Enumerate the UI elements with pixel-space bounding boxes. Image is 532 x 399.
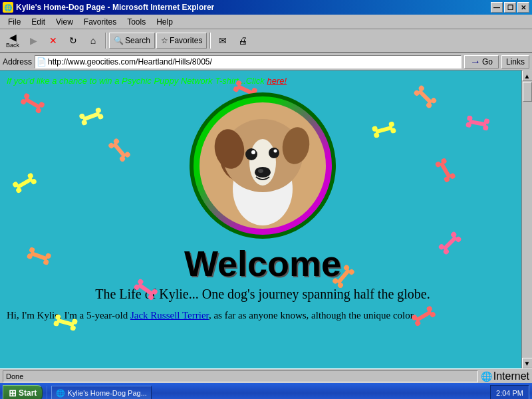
svg-point-87	[255, 167, 271, 178]
close-button[interactable]: ✕	[517, 2, 529, 13]
system-tray: 2:04 PM	[490, 385, 529, 399]
svg-point-86	[274, 150, 277, 153]
star-icon: ☆	[161, 36, 168, 45]
links-button[interactable]: Links	[501, 55, 529, 68]
search-icon: 🔍	[114, 36, 124, 45]
browser-content: ▲ ▼ If you'd like a chance to win a Psyc…	[0, 70, 532, 368]
home-button[interactable]: ⌂	[84, 31, 102, 51]
restore-button[interactable]: ❐	[504, 2, 516, 13]
menu-tools[interactable]: Tools	[122, 16, 151, 28]
address-input[interactable]	[48, 57, 460, 66]
favorites-button[interactable]: ☆ Favorites	[156, 33, 207, 49]
menu-edit[interactable]: Edit	[26, 16, 51, 28]
body-end: , as far as anyone knows, although the u…	[209, 310, 414, 321]
menu-view[interactable]: View	[51, 16, 78, 28]
mail-button[interactable]: ✉	[213, 31, 232, 51]
taskbar: ⊞ Start 🌐 Kylie's Home-Dog Pag... 2:04 P…	[0, 383, 532, 399]
go-arrow-icon: →	[470, 56, 481, 68]
zone-label: Internet	[493, 370, 529, 382]
forward-button[interactable]: ▶	[24, 31, 43, 51]
search-label: Search	[125, 36, 150, 45]
stop-button[interactable]: ✕	[44, 31, 63, 51]
menu-favorites[interactable]: Favorites	[78, 16, 122, 28]
menu-help[interactable]: Help	[151, 16, 178, 28]
taskbar-separator	[47, 386, 47, 399]
refresh-icon: ↻	[69, 36, 77, 45]
title-bar: 🌐 Kylie's Home-Dog Page - Microsoft Inte…	[0, 0, 532, 15]
scrollbar[interactable]: ▲ ▼	[521, 70, 532, 368]
menu-file[interactable]: File	[3, 16, 26, 28]
print-icon: 🖨	[238, 36, 247, 45]
sep-1	[105, 33, 106, 49]
clock: 2:04 PM	[496, 389, 523, 397]
taskbar-window-icon: 🌐	[56, 389, 65, 398]
window-title: Kylie's Home-Dog Page - Microsoft Intern…	[16, 3, 214, 12]
dog-circle	[190, 92, 336, 239]
banner-link[interactable]: here!	[267, 76, 287, 86]
back-button[interactable]: ◀ Back	[3, 31, 23, 51]
search-button[interactable]: 🔍 Search	[109, 33, 155, 49]
back-icon: ◀	[9, 33, 17, 42]
address-label: Address	[3, 57, 32, 66]
stop-icon: ✕	[49, 36, 57, 45]
address-bar: Address 📄 → Go Links	[0, 53, 532, 70]
status-done: Done	[6, 372, 23, 380]
page-icon: 📄	[37, 57, 47, 66]
svg-point-85	[251, 150, 255, 154]
start-label: Start	[19, 388, 37, 398]
svg-point-82	[249, 139, 276, 186]
sep-2	[209, 33, 211, 49]
dog-image	[200, 102, 326, 229]
toolbar: ◀ Back ▶ ✕ ↻ ⌂ 🔍 Search ☆ Favorites ✉ 🖨	[0, 29, 532, 53]
favorites-label: Favorites	[170, 36, 202, 45]
address-input-wrap: 📄	[35, 55, 462, 68]
scroll-down-button[interactable]: ▼	[522, 358, 533, 368]
app-icon: 🌐	[3, 2, 13, 13]
scroll-up-button[interactable]: ▲	[522, 70, 533, 81]
jack-russell-link[interactable]: Jack Russell Terrier	[130, 310, 209, 321]
minimize-button[interactable]: —	[491, 2, 503, 13]
taskbar-window-label: Kylie's Home-Dog Pag...	[67, 389, 146, 397]
windows-icon: ⊞	[9, 388, 17, 398]
back-label: Back	[6, 42, 19, 49]
svg-point-83	[245, 148, 257, 160]
body-start: Hi, I'm Kylie, I'm a 5-year-old	[7, 310, 130, 321]
status-internet: 🌐 Internet	[481, 370, 529, 382]
home-icon: ⌂	[90, 36, 96, 45]
scroll-thumb[interactable]	[523, 82, 532, 102]
go-button[interactable]: → Go	[464, 55, 499, 68]
svg-point-84	[269, 148, 279, 158]
refresh-button[interactable]: ↻	[64, 31, 82, 51]
dog-image-container	[7, 92, 519, 239]
welcome-heading: Welcome	[7, 243, 519, 284]
mail-icon: ✉	[219, 36, 227, 45]
start-button[interactable]: ⊞ Start	[3, 385, 43, 399]
svg-point-88	[258, 169, 263, 173]
menu-bar: File Edit View Favorites Tools Help	[0, 15, 532, 29]
body-text: Hi, I'm Kylie, I'm a 5-year-old Jack Rus…	[7, 309, 519, 323]
subtitle-text: The Life of Kylie... One dog's journey s…	[7, 287, 519, 302]
internet-icon: 🌐	[481, 371, 492, 382]
status-text: Done	[3, 370, 478, 382]
print-button[interactable]: 🖨	[233, 31, 252, 51]
scroll-track[interactable]	[522, 81, 532, 358]
go-label: Go	[482, 57, 493, 66]
taskbar-window-item[interactable]: 🌐 Kylie's Home-Dog Pag...	[51, 386, 151, 399]
forward-icon: ▶	[30, 36, 37, 45]
banner-text: If you'd like a chance to win a Psychic …	[7, 76, 267, 86]
status-bar: Done 🌐 Internet	[0, 368, 532, 383]
page-content: If you'd like a chance to win a Psychic …	[0, 70, 532, 328]
top-banner: If you'd like a chance to win a Psychic …	[7, 76, 519, 86]
